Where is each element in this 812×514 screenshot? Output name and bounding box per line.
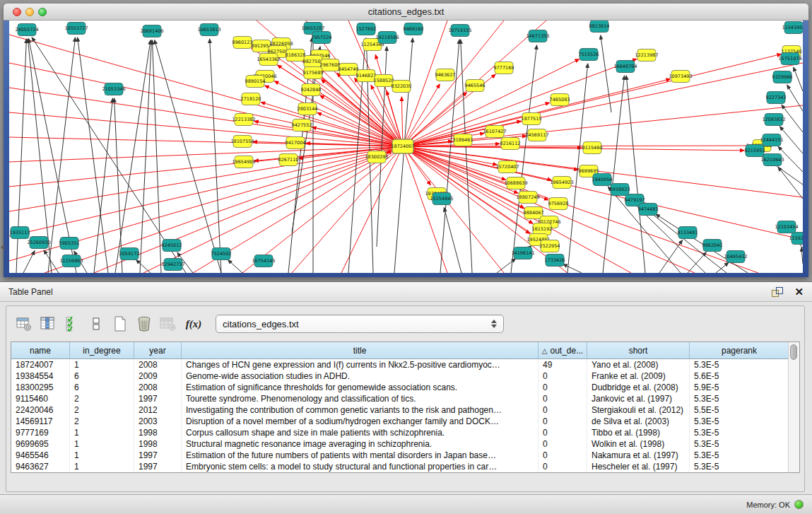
table-toolbar: f(x) citations_edges.txt: [6, 306, 804, 340]
svg-text:8454749: 8454749: [339, 66, 359, 72]
table-row[interactable]: 1456911722003Disruption of a novel membe…: [11, 416, 789, 427]
svg-text:9777169: 9777169: [494, 65, 514, 71]
svg-text:9227343: 9227343: [766, 95, 787, 100]
status-bar: Memory: OK: [0, 494, 812, 514]
table-row[interactable]: 969969511998Structural magnetic resonanc…: [11, 438, 789, 450]
svg-text:15751074: 15751074: [778, 56, 801, 62]
function-builder-icon[interactable]: f(x): [182, 313, 206, 334]
close-window-icon[interactable]: [13, 8, 21, 16]
network-canvas[interactable]: 1872400789601238912954182260589627509818…: [9, 21, 803, 273]
table-row[interactable]: 946554611997Estimation of the future num…: [11, 450, 789, 461]
svg-text:14569117: 14569117: [525, 132, 548, 138]
table-row[interactable]: 1872400712008Changes of HCN gene express…: [11, 359, 789, 371]
svg-text:7957224: 7957224: [312, 35, 332, 40]
table-row[interactable]: 1830029562008Estimation of significance …: [11, 382, 789, 393]
table-vertical-scrollbar[interactable]: [788, 342, 799, 472]
citation-network-graph[interactable]: 1872400789601238912954182260589627509818…: [9, 21, 803, 273]
svg-text:10655287: 10655287: [301, 25, 324, 31]
svg-text:9862041: 9862041: [702, 243, 723, 248]
sort-ascending-icon: △: [542, 347, 548, 355]
column-header-out_de[interactable]: △out_de...: [539, 342, 587, 359]
svg-text:18300295: 18300295: [365, 154, 388, 160]
minimize-window-icon[interactable]: [25, 8, 34, 16]
table-row[interactable]: 2242004622012Investigating the contribut…: [11, 404, 789, 416]
svg-text:15154845: 15154845: [430, 196, 453, 201]
delete-entries-icon[interactable]: [134, 313, 155, 334]
svg-text:15720407: 15720407: [495, 164, 519, 170]
svg-text:2803144: 2803144: [298, 106, 318, 112]
column-header-short[interactable]: short: [587, 342, 690, 359]
svg-text:16543362: 16543362: [257, 57, 280, 62]
row-height-icon[interactable]: [86, 313, 107, 334]
svg-text:10688639: 10688639: [504, 180, 527, 186]
svg-text:9463627: 9463627: [435, 72, 456, 78]
dropdown-arrows-icon: [491, 320, 497, 328]
svg-text:24055724: 24055724: [15, 27, 38, 33]
float-panel-icon[interactable]: [772, 287, 783, 297]
svg-text:1733426: 1733426: [545, 257, 565, 263]
svg-text:16107427: 16107427: [483, 129, 506, 134]
close-panel-icon[interactable]: ✕: [794, 287, 804, 297]
network-view-window: citations_edges.txt 18724007896012389129…: [4, 4, 808, 277]
column-header-title[interactable]: title: [182, 342, 539, 359]
svg-text:9115460: 9115460: [582, 145, 603, 151]
table-row[interactable]: 946362711997Embryonic stem cells: a mode…: [11, 461, 789, 472]
svg-text:18807249: 18807249: [516, 194, 539, 200]
table-row[interactable]: 1938455462009Genome-wide association stu…: [11, 370, 789, 382]
svg-text:9175685: 9175685: [303, 70, 324, 76]
svg-text:9242848: 9242848: [301, 87, 322, 93]
svg-text:10495432: 10495432: [724, 254, 747, 259]
svg-text:9133481: 9133481: [678, 230, 698, 235]
svg-text:1615192: 1615192: [532, 226, 553, 232]
svg-text:8813014: 8813014: [589, 23, 610, 29]
scrollbar-thumb[interactable]: [790, 344, 797, 360]
table-panel-titlebar[interactable]: Table Panel ✕: [0, 282, 812, 302]
svg-text:9417004: 9417004: [286, 140, 306, 146]
select-rows-icon[interactable]: [61, 313, 83, 334]
column-header-pagerank[interactable]: pagerank: [690, 342, 789, 359]
window-titlebar[interactable]: citations_edges.txt: [4, 4, 808, 21]
table-row[interactable]: 977716911998Corpus callosum shape and si…: [11, 427, 789, 438]
svg-text:16754145: 16754145: [252, 258, 275, 264]
table-panel: Table Panel ✕: [0, 281, 812, 514]
svg-text:12213987: 12213987: [635, 52, 658, 58]
show-columns-icon[interactable]: [37, 313, 59, 334]
table-row[interactable]: 911546021997Tourette syndrome. Phenomeno…: [11, 393, 789, 404]
column-header-name[interactable]: name: [11, 342, 70, 359]
svg-text:19654923: 19654923: [550, 180, 573, 185]
svg-text:16210643: 16210643: [760, 157, 784, 163]
svg-text:8322035: 8322035: [392, 83, 412, 89]
svg-text:9699695: 9699695: [579, 168, 599, 174]
table-panel-content: f(x) citations_edges.txt namein_degreeye…: [6, 305, 805, 492]
column-header-in_degree[interactable]: in_degree: [70, 342, 134, 359]
svg-text:14196141: 14196141: [511, 250, 534, 256]
svg-text:6479197: 6479197: [625, 197, 645, 203]
memory-ok-icon[interactable]: [794, 500, 804, 509]
svg-text:1588520: 1588520: [374, 78, 394, 83]
svg-text:8267110: 8267110: [278, 157, 299, 163]
node-table[interactable]: namein_degreeyeartitle△out_de...shortpag…: [11, 341, 800, 473]
svg-text:8466160: 8466160: [404, 26, 424, 32]
svg-text:7485083: 7485083: [550, 97, 570, 103]
window-title: citations_edges.txt: [4, 6, 808, 17]
svg-text:11156863: 11156863: [59, 258, 83, 264]
svg-text:18107554: 18107554: [230, 139, 254, 144]
svg-text:10973493: 10973493: [669, 74, 692, 79]
svg-text:20691406: 20691406: [140, 28, 163, 34]
svg-text:16648784: 16648784: [613, 64, 637, 69]
svg-text:9427552: 9427552: [292, 122, 312, 128]
splitter-collapse-arrow-icon[interactable]: [1, 245, 4, 250]
table-select-dropdown[interactable]: citations_edges.txt: [216, 315, 504, 333]
svg-text:7515526: 7515526: [579, 52, 599, 57]
create-table-icon[interactable]: [110, 313, 131, 334]
svg-text:10553727: 10553727: [64, 25, 88, 31]
column-header-year[interactable]: year: [134, 342, 182, 359]
table-options-icon[interactable]: [13, 313, 35, 334]
svg-text:1877515: 1877515: [522, 116, 542, 122]
svg-text:9890154: 9890154: [245, 78, 266, 84]
svg-text:12093832: 12093832: [762, 117, 785, 122]
zoom-window-icon[interactable]: [38, 8, 47, 16]
table-header-row[interactable]: namein_degreeyeartitle△out_de...shortpag…: [11, 342, 789, 359]
svg-text:21053346: 21053346: [102, 86, 125, 92]
svg-text:19654903: 19654903: [232, 159, 255, 165]
